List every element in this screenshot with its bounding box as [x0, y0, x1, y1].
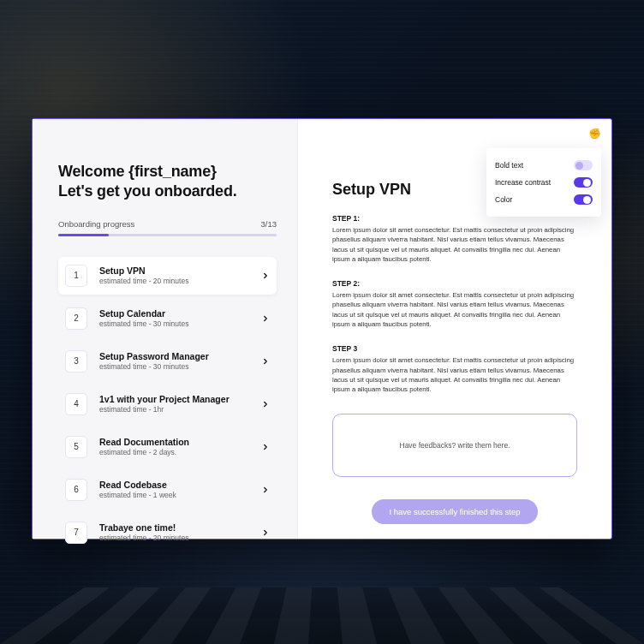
section-heading: STEP 3 [332, 344, 577, 353]
progress-row: Onboarding progress 3/13 [58, 219, 277, 229]
step-estimate: estimated time - 20 minutes [99, 534, 261, 542]
settings-row: Bold text [495, 157, 593, 174]
step-estimate: estimated time - 1hr [99, 405, 261, 414]
left-panel: Welcome {first_name} Let's get you onboa… [33, 119, 298, 539]
step-number: 3 [65, 350, 87, 373]
detail-section: STEP 3Lorem ipsum dolor sit amet consect… [332, 344, 577, 394]
step-estimate: estimated time - 20 minutes [99, 277, 261, 285]
toggle-bold-text[interactable] [574, 160, 593, 170]
step-number: 6 [65, 479, 87, 501]
section-body: Lorem ipsum dolor sit amet consectetur. … [332, 290, 577, 329]
step-item[interactable]: 5Read Documentationestimated time - 2 da… [58, 428, 277, 466]
chevron-right-icon [261, 354, 270, 369]
step-title: Read Codebase [99, 480, 261, 490]
section-body: Lorem ipsum dolor sit amet consectetur. … [332, 225, 577, 264]
step-text: Setup VPNestimated time - 20 minutes [99, 265, 261, 285]
toggle-increase-contrast[interactable] [574, 177, 593, 188]
settings-label: Bold text [495, 161, 523, 170]
step-text: Read Documentationestimated time - 2 day… [99, 437, 261, 456]
step-number: 4 [65, 393, 87, 415]
step-text: Read Codebaseestimated time - 1 week [99, 480, 261, 499]
progress-bar-fill [58, 234, 109, 236]
step-estimate: estimated time - 2 days. [99, 448, 261, 456]
step-item[interactable]: 1Setup VPNestimated time - 20 minutes [58, 257, 277, 295]
step-title: Setup Calendar [99, 308, 261, 319]
step-title: Setup VPN [99, 265, 261, 276]
feedback-input[interactable]: Have feedbacks? write them here. [332, 414, 577, 477]
detail-section: STEP 2:Lorem ipsum dolor sit amet consec… [332, 279, 577, 329]
settings-panel: Bold textIncrease contrastColor [486, 148, 601, 217]
progress-count: 3/13 [261, 219, 277, 229]
detail-section: STEP 1:Lorem ipsum dolor sit amet consec… [332, 214, 577, 264]
grab-icon[interactable]: ✊ [588, 128, 601, 140]
background-road [0, 587, 644, 644]
step-title: Read Documentation [99, 437, 261, 447]
step-text: 1v1 with your Project Managerestimated t… [99, 394, 261, 414]
step-estimate: estimated time - 30 minutes [99, 319, 261, 328]
step-number: 5 [65, 436, 87, 458]
step-text: Trabaye one time!estimated time - 20 min… [99, 522, 261, 542]
step-number: 2 [65, 307, 87, 330]
right-panel: ✊ Bold textIncrease contrastColor Setup … [298, 119, 611, 539]
step-title: 1v1 with your Project Manager [99, 394, 261, 404]
step-estimate: estimated time - 1 week [99, 491, 261, 499]
step-item[interactable]: 7Trabaye one time!estimated time - 20 mi… [58, 514, 277, 552]
step-item[interactable]: 41v1 with your Project Managerestimated … [58, 385, 277, 423]
chevron-right-icon [261, 268, 270, 283]
step-text: Setup Password Managerestimated time - 3… [99, 351, 261, 371]
chevron-right-icon [261, 482, 270, 498]
step-text: Setup Calendarestimated time - 30 minute… [99, 308, 261, 328]
settings-row: Increase contrast [495, 174, 593, 191]
step-item[interactable]: 3Setup Password Managerestimated time - … [58, 343, 277, 380]
chevron-right-icon [261, 397, 270, 412]
feedback-placeholder: Have feedbacks? write them here. [400, 441, 510, 450]
step-title: Trabaye one time! [99, 522, 261, 533]
settings-row: Color [495, 191, 593, 208]
chevron-right-icon [261, 439, 270, 455]
step-item[interactable]: 6Read Codebaseestimated time - 1 week [58, 471, 277, 509]
step-list: 1Setup VPNestimated time - 20 minutes2Se… [58, 257, 277, 552]
step-item[interactable]: 2Setup Calendarestimated time - 30 minut… [58, 300, 277, 337]
section-body: Lorem ipsum dolor sit amet consectetur. … [332, 355, 577, 394]
step-title: Setup Password Manager [99, 351, 261, 361]
progress-label: Onboarding progress [58, 219, 134, 229]
onboarding-modal: Welcome {first_name} Let's get you onboa… [32, 118, 612, 540]
step-number: 1 [65, 265, 87, 287]
toggle-color[interactable] [574, 194, 593, 205]
finish-step-button[interactable]: I have successfully finished this step [372, 499, 537, 524]
welcome-line1: Welcome {first_name} [58, 162, 277, 182]
settings-label: Color [495, 195, 512, 204]
settings-label: Increase contrast [495, 178, 551, 187]
chevron-right-icon [261, 525, 270, 540]
step-number: 7 [65, 522, 87, 544]
step-estimate: estimated time - 30 minutes [99, 362, 261, 371]
chevron-right-icon [261, 311, 270, 326]
progress-bar [58, 234, 277, 236]
welcome-line2: Let's get you onboarded. [58, 182, 277, 201]
section-heading: STEP 2: [332, 279, 577, 288]
detail-sections: STEP 1:Lorem ipsum dolor sit amet consec… [332, 214, 577, 395]
welcome-heading: Welcome {first_name} Let's get you onboa… [58, 162, 277, 202]
